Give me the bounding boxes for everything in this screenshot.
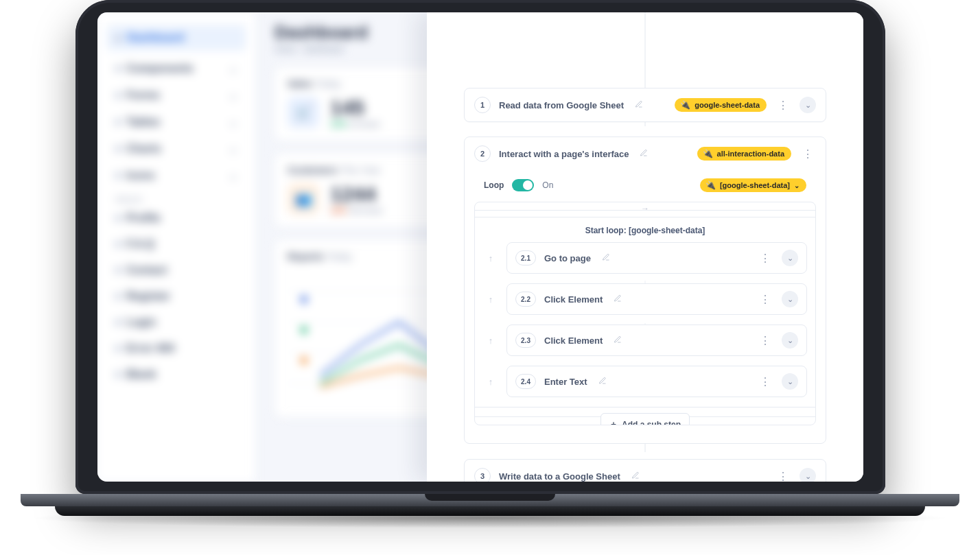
plug-icon: 🔌 bbox=[680, 101, 690, 109]
plug-icon: 🔌 bbox=[703, 150, 713, 158]
loop-toggle[interactable] bbox=[512, 179, 534, 191]
substep-title: Click Element bbox=[544, 335, 603, 346]
step-title: Read data from Google Sheet bbox=[499, 100, 624, 110]
kebab-menu[interactable]: ⋮ bbox=[800, 145, 816, 162]
screen: Dashboard Components⌄ Forms⌄ Tables⌄ Cha… bbox=[97, 12, 863, 482]
substep-row: ↑ 2.4 Enter Text ⋮ ⌄ bbox=[483, 366, 807, 397]
kebab-menu[interactable]: ⋮ bbox=[757, 332, 773, 349]
substep-number: 2.4 bbox=[515, 374, 536, 389]
plug-icon: 🔌 bbox=[705, 181, 716, 189]
edit-icon[interactable] bbox=[602, 252, 610, 264]
kebab-menu[interactable]: ⋮ bbox=[757, 291, 773, 307]
substep-number: 2.1 bbox=[515, 250, 536, 265]
substep-card[interactable]: 2.1 Go to page ⋮ ⌄ bbox=[506, 242, 807, 274]
step-header[interactable]: 2 Interact with a page's interface 🔌all-… bbox=[465, 137, 826, 170]
kebab-menu[interactable]: ⋮ bbox=[757, 373, 773, 390]
chevron-down-icon: ⌄ bbox=[794, 182, 800, 189]
substep-row: ↑ 2.1 Go to page ⋮ ⌄ bbox=[483, 242, 807, 274]
connector-line bbox=[645, 12, 646, 88]
bg-sidebar-active: Dashboard bbox=[107, 25, 246, 51]
svg-point-5 bbox=[301, 326, 307, 333]
edit-icon[interactable] bbox=[635, 99, 643, 111]
edit-icon[interactable] bbox=[598, 375, 607, 388]
expand-button[interactable]: ⌄ bbox=[782, 291, 798, 307]
loop-container: → Start loop: [google-sheet-data] ↑ bbox=[474, 202, 816, 425]
bg-sidebar: Dashboard Components⌄ Forms⌄ Tables⌄ Cha… bbox=[97, 12, 255, 482]
data-tag-pill[interactable]: 🔌google-sheet-data bbox=[675, 98, 767, 112]
expand-button[interactable]: ⌄ bbox=[782, 373, 798, 390]
substep-row: ↑ 2.3 Click Element ⋮ ⌄ bbox=[483, 324, 807, 356]
expand-button[interactable]: ⌄ bbox=[800, 97, 816, 113]
svg-point-6 bbox=[301, 357, 307, 364]
substep-card[interactable]: 2.3 Click Element ⋮ ⌄ bbox=[506, 324, 807, 356]
arrow-right-icon: → bbox=[641, 204, 649, 213]
kebab-menu[interactable]: ⋮ bbox=[757, 250, 773, 266]
substep-number: 2.3 bbox=[515, 333, 536, 348]
substep-row: ↑ 2.2 Click Element ⋮ ⌄ bbox=[483, 283, 807, 315]
edit-icon[interactable] bbox=[614, 334, 622, 346]
laptop-frame: Dashboard Components⌄ Forms⌄ Tables⌄ Cha… bbox=[75, 0, 885, 494]
loop-state: On bbox=[542, 180, 553, 190]
step-card-2: 2 Interact with a page's interface 🔌all-… bbox=[464, 137, 826, 444]
substep-card[interactable]: 2.4 Enter Text ⋮ ⌄ bbox=[506, 366, 807, 397]
step-number: 2 bbox=[474, 145, 491, 162]
substep-number: 2.2 bbox=[515, 292, 536, 307]
kebab-menu[interactable]: ⋮ bbox=[775, 468, 791, 482]
move-up-button[interactable]: ↑ bbox=[483, 335, 498, 346]
move-up-button[interactable]: ↑ bbox=[483, 253, 498, 263]
step-number: 3 bbox=[474, 468, 491, 482]
substep-card[interactable]: 2.2 Click Element ⋮ ⌄ bbox=[506, 283, 807, 315]
step-card-1[interactable]: 1 Read data from Google Sheet 🔌google-sh… bbox=[464, 88, 826, 122]
loop-headline: Start loop: [google-sheet-data] bbox=[475, 217, 815, 242]
edit-icon[interactable] bbox=[640, 147, 648, 160]
edit-icon[interactable] bbox=[614, 293, 622, 305]
loop-row: Loop On 🔌[google-sheet-data] ⌄ bbox=[474, 170, 816, 195]
step-title: Interact with a page's interface bbox=[499, 149, 629, 159]
move-up-button[interactable]: ↑ bbox=[483, 294, 498, 305]
loop-label: Loop bbox=[484, 180, 504, 190]
add-substep-button[interactable]: ＋Add a sub step bbox=[600, 413, 690, 425]
data-tag-pill[interactable]: 🔌all-interaction-data bbox=[697, 147, 791, 161]
svg-point-4 bbox=[301, 296, 307, 303]
plus-icon: ＋ bbox=[609, 418, 618, 425]
kebab-menu[interactable]: ⋮ bbox=[775, 97, 791, 113]
loop-source-pill[interactable]: 🔌[google-sheet-data] ⌄ bbox=[700, 178, 806, 192]
expand-button[interactable]: ⌄ bbox=[800, 468, 816, 482]
step-title: Write data to a Google Sheet bbox=[499, 471, 620, 482]
laptop-base bbox=[0, 494, 980, 508]
expand-button[interactable]: ⌄ bbox=[782, 332, 798, 349]
move-up-button[interactable]: ↑ bbox=[483, 377, 498, 387]
step-number: 1 bbox=[474, 97, 491, 113]
substep-title: Enter Text bbox=[544, 377, 587, 387]
substep-title: Go to page bbox=[544, 253, 591, 263]
workflow-panel: 1 Read data from Google Sheet 🔌google-sh… bbox=[427, 12, 863, 482]
expand-button[interactable]: ⌄ bbox=[782, 250, 798, 266]
edit-icon[interactable] bbox=[631, 470, 640, 482]
substep-title: Click Element bbox=[544, 294, 603, 305]
step-card-3[interactable]: 3 Write data to a Google Sheet ⋮ ⌄ bbox=[464, 459, 826, 482]
